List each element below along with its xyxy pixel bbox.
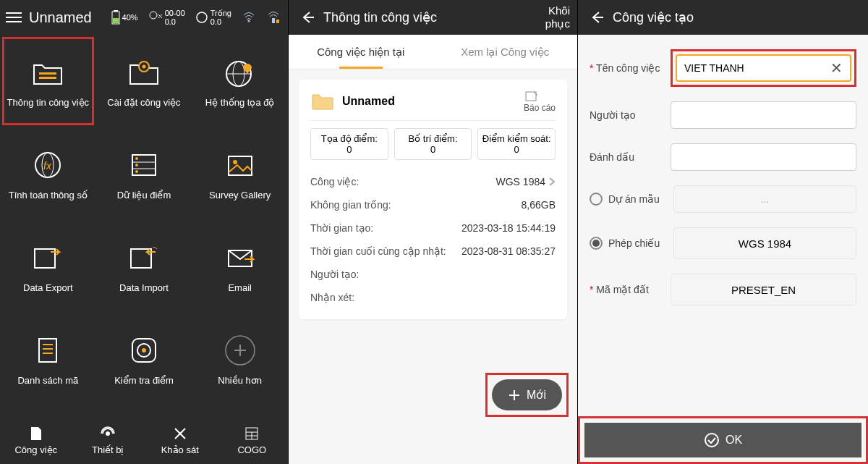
folder-gear-icon [124, 55, 164, 90]
folder-icon [310, 90, 335, 112]
grid-email[interactable]: Email [192, 220, 288, 313]
report-icon [524, 90, 538, 103]
svg-point-13 [142, 64, 145, 68]
chevron-right-icon [548, 177, 556, 187]
fx-globe-icon: fx [27, 148, 68, 182]
info-comment: Nhận xét: [310, 286, 556, 309]
clear-icon[interactable]: ✕ [830, 59, 843, 77]
ok-button[interactable]: OK [584, 423, 861, 457]
job-name: Unnamed [342, 95, 395, 108]
antenna-icon [100, 426, 116, 442]
tabs: Công việc hiện tại Xem lại Công việc [289, 35, 577, 69]
grid-cai-dat-cong-viec[interactable]: Cài đặt công việc [96, 35, 192, 127]
stat-botri: Bố trí điểm:0 [394, 128, 472, 160]
more-icon [220, 333, 260, 368]
nav-khao-sat[interactable]: Khảo sát [144, 417, 216, 464]
header: Thông tin công việc Khôi phục [289, 0, 577, 35]
grid-thong-tin-cong-viec[interactable]: Thông tin công việc [0, 35, 96, 127]
restore-button[interactable]: Khôi phục [545, 4, 570, 30]
label-creator: Người tạo [590, 109, 662, 121]
nav-cong-viec[interactable]: Công việc [0, 417, 72, 464]
coord-indicator: 00-000.0 [148, 9, 185, 26]
svg-rect-26 [229, 156, 252, 175]
mark-input[interactable] [678, 151, 848, 163]
radio-sample-project[interactable]: Dự án mẫu [590, 193, 665, 206]
svg-point-42 [179, 432, 182, 435]
svg-point-50 [705, 434, 718, 447]
battery-indicator: 40% [111, 10, 138, 25]
label-mark: Đánh dấu [590, 151, 662, 163]
label-ground: Mã mặt đất [590, 284, 662, 295]
grid-data-import[interactable]: Data Import [96, 220, 192, 313]
svg-rect-8 [272, 18, 275, 23]
job-name-input[interactable] [684, 62, 830, 74]
nav-thiet-bi[interactable]: Thiết bị [72, 417, 145, 464]
svg-point-37 [142, 348, 146, 353]
grid-he-thong-toa-do[interactable]: Hệ thống tọa độ [192, 35, 288, 127]
grid-kiem-tra-diem[interactable]: Kiểm tra điểm [96, 313, 192, 405]
projection-selector[interactable]: WGS 1984 [673, 227, 856, 259]
cogo-icon [244, 426, 260, 442]
gallery-icon [220, 148, 260, 182]
ground-selector[interactable]: PRESET_EN [671, 274, 856, 305]
data-points-icon [124, 148, 164, 182]
back-arrow-icon [589, 9, 605, 25]
nav-cogo[interactable]: COGO [216, 417, 289, 464]
svg-point-27 [233, 160, 237, 164]
back-button[interactable] [585, 9, 608, 25]
grid-danh-sach-ma[interactable]: Danh sách mã [0, 313, 96, 405]
grid-du-lieu-diem[interactable]: Dữ liệu điểm [96, 127, 192, 220]
svg-rect-47 [526, 92, 536, 101]
sample-selector[interactable]: ... [673, 185, 856, 213]
survey-icon [172, 426, 188, 442]
svg-point-3 [150, 12, 157, 19]
export-icon [27, 240, 68, 275]
info-updated: Thời gian cuối cùng cập nhật:2023-08-31 … [310, 240, 556, 263]
grid-data-export[interactable]: Data Export [0, 220, 96, 313]
tab-review-job[interactable]: Xem lại Công việc [433, 35, 578, 69]
empty-indicator: Trống0.0 [195, 9, 231, 26]
stat-kiemsoat: Điểm kiểm soát:0 [477, 128, 556, 160]
app-title: Unnamed [29, 9, 92, 26]
grid-tinh-toan-thong-so[interactable]: fx Tính toán thông số [0, 127, 96, 220]
plus-icon [508, 389, 521, 402]
grid-survey-gallery[interactable]: Survey Gallery [192, 127, 288, 220]
header: Công việc tạo [578, 0, 868, 35]
check-circle-icon [704, 432, 720, 448]
code-list-icon [27, 333, 68, 368]
info-space: Không gian trống:8,66GB [310, 193, 556, 216]
svg-rect-9 [276, 20, 279, 23]
file-icon [28, 426, 44, 442]
back-arrow-icon [299, 9, 315, 25]
svg-point-23 [135, 157, 138, 160]
info-job[interactable]: Công việc: WGS 1984 [310, 170, 556, 193]
svg-rect-31 [39, 339, 56, 362]
bottom-nav: Công việc Thiết bị Khảo sát COGO [0, 417, 288, 464]
grid-nhieu-hon[interactable]: Nhiều hơn [192, 313, 288, 405]
svg-point-7 [248, 20, 250, 22]
email-icon [220, 240, 260, 275]
svg-point-25 [135, 170, 138, 173]
svg-rect-2 [113, 18, 119, 23]
signal-icon-1 [242, 10, 256, 25]
svg-point-41 [106, 431, 110, 436]
report-button[interactable]: Báo cáo [524, 90, 556, 113]
globe-pin-icon [220, 55, 260, 90]
svg-text:fx: fx [43, 160, 52, 172]
signal-icon-2 [266, 9, 282, 25]
tab-current-job[interactable]: Công việc hiện tại [289, 35, 433, 69]
statusbar: Unnamed 40% 00-000.0 Trống0.0 [0, 0, 288, 35]
page-title: Công việc tạo [613, 9, 861, 25]
svg-point-24 [135, 164, 138, 166]
svg-point-6 [197, 12, 207, 22]
back-button[interactable] [296, 9, 319, 25]
creator-input[interactable] [678, 109, 848, 121]
svg-rect-10 [39, 72, 56, 75]
folder-info-icon [27, 55, 68, 90]
radio-projection[interactable]: Phép chiếu [590, 237, 665, 250]
page-title: Thông tin công việc [323, 9, 545, 25]
info-creator: Người tạo: [310, 263, 556, 286]
info-created: Thời gian tạo:2023-03-18 15:44:19 [310, 216, 556, 240]
new-button[interactable]: Mới [492, 379, 562, 410]
menu-icon[interactable] [6, 12, 22, 22]
